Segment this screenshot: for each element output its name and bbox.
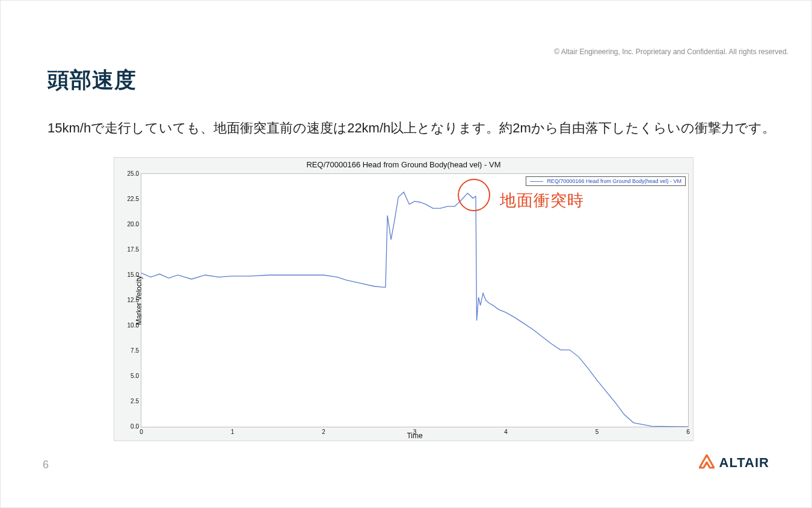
y-tick: 20.0 (121, 221, 139, 228)
y-tick: 7.5 (121, 347, 139, 354)
y-tick: 10.0 (121, 322, 139, 329)
annotation-label: 地面衝突時 (500, 190, 584, 211)
y-tick: 25.0 (121, 170, 139, 177)
chart-plot-area: Marker Velocity Time REQ/70000166 Head f… (141, 173, 689, 427)
description-text: 15km/hで走行していても、地面衝突直前の速度は22km/h以上となります。約… (48, 118, 775, 138)
chart-container: REQ/70000166 Head from Ground Body(head … (114, 157, 694, 441)
chart-line-svg (141, 174, 688, 427)
brand: ALTAIR (699, 454, 769, 471)
x-tick: 2 (322, 429, 325, 435)
copyright-text: © Altair Engineering, Inc. Proprietary a… (554, 48, 789, 56)
altair-logo-icon (699, 454, 715, 471)
x-tick: 4 (504, 429, 508, 435)
y-tick: 15.0 (121, 271, 139, 278)
x-tick: 6 (686, 429, 690, 435)
brand-name: ALTAIR (719, 455, 769, 471)
y-tick: 17.5 (121, 246, 139, 253)
y-tick: 5.0 (121, 373, 139, 379)
page-title: 頭部速度 (48, 66, 137, 95)
x-tick: 0 (140, 429, 143, 435)
x-tick: 3 (413, 429, 417, 435)
y-tick: 0.0 (121, 423, 139, 430)
annotation-circle (458, 179, 490, 211)
y-tick: 12.5 (121, 297, 139, 303)
x-tick: 1 (231, 429, 235, 435)
y-tick: 2.5 (121, 398, 139, 404)
chart-title: REQ/70000166 Head from Ground Body(head … (114, 158, 693, 170)
x-tick: 5 (595, 429, 599, 435)
y-tick: 22.5 (121, 196, 139, 202)
page-number: 6 (43, 459, 49, 471)
